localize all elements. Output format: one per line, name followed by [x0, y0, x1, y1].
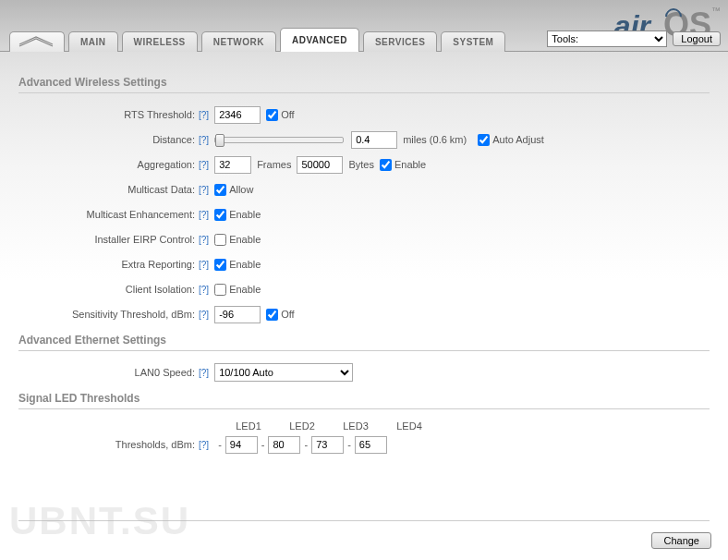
checkbox-multicast-enh[interactable]	[214, 209, 226, 221]
divider	[18, 408, 710, 409]
input-led4[interactable]	[355, 436, 387, 454]
input-led1[interactable]	[225, 436, 258, 454]
help-icon[interactable]: [?]	[199, 310, 209, 320]
antenna-icon	[18, 35, 55, 48]
help-icon[interactable]: [?]	[199, 160, 209, 170]
label-bytes: Bytes	[348, 159, 374, 170]
bottom-divider	[18, 520, 710, 521]
input-led2[interactable]	[268, 436, 300, 454]
label-enable: Enable	[229, 259, 261, 270]
slider-handle[interactable]	[215, 134, 224, 147]
label-lan0: LAN0 Speed:	[18, 367, 199, 378]
tab-wireless[interactable]: WIRELESS	[122, 31, 198, 52]
logo-tm: ™	[711, 6, 721, 16]
label-enable: Enable	[229, 234, 261, 245]
label-extra-report: Extra Reporting:	[18, 259, 199, 270]
tools-select[interactable]: Tools:	[547, 30, 667, 47]
help-icon[interactable]: [?]	[199, 285, 209, 295]
checkbox-agg-enable[interactable]	[380, 159, 392, 171]
label-miles: miles (0.6 km)	[403, 134, 467, 145]
checkbox-sensitivity-off[interactable]	[266, 309, 278, 321]
label-thresholds: Thresholds, dBm:	[18, 439, 199, 450]
divider	[18, 92, 710, 93]
help-icon[interactable]: [?]	[199, 235, 209, 245]
label-eirp: Installer EIRP Control:	[18, 234, 199, 245]
row-distance: Distance: [?] miles (0.6 km) Auto Adjust	[18, 129, 710, 150]
change-button[interactable]: Change	[651, 532, 711, 549]
help-icon[interactable]: [?]	[199, 260, 209, 270]
label-enable: Enable	[229, 284, 261, 295]
row-extra-report: Extra Reporting: [?] Enable	[18, 254, 710, 274]
help-icon[interactable]: [?]	[199, 110, 209, 120]
dash: -	[261, 439, 265, 450]
led-headers: LED1 LED2 LED3 LED4	[222, 420, 710, 432]
led2-head: LED2	[275, 420, 329, 432]
label-enable: Enable	[229, 209, 261, 220]
header: airOS™ MAIN WIRELESS NETWORK ADVANCED SE…	[0, 0, 728, 52]
tab-advanced[interactable]: ADVANCED	[280, 28, 359, 52]
select-lan0[interactable]: 10/100 Auto	[214, 363, 353, 382]
label-off: Off	[281, 309, 294, 320]
checkbox-auto-adjust[interactable]	[478, 134, 490, 146]
row-sensitivity: Sensitivity Threshold, dBm: [?] Off	[18, 304, 710, 324]
label-rts: RTS Threshold:	[18, 109, 199, 120]
row-multicast-enh: Multicast Enhancement: [?] Enable	[18, 204, 710, 225]
help-icon[interactable]: [?]	[199, 185, 209, 195]
section-ethernet-title: Advanced Ethernet Settings	[18, 334, 710, 347]
section-wireless-title: Advanced Wireless Settings	[18, 76, 710, 89]
input-led3[interactable]	[311, 436, 344, 454]
dash: -	[347, 439, 351, 450]
distance-slider[interactable]	[214, 137, 344, 143]
dash: -	[218, 439, 222, 450]
row-client-iso: Client Isolation: [?] Enable	[18, 279, 710, 299]
input-rts[interactable]	[214, 106, 261, 124]
logout-button[interactable]: Logout	[673, 31, 721, 46]
help-icon[interactable]: [?]	[199, 440, 209, 450]
label-multicast-data: Multicast Data:	[18, 184, 199, 195]
checkbox-extra-report[interactable]	[214, 259, 226, 271]
content: Advanced Wireless Settings RTS Threshold…	[0, 52, 728, 474]
input-distance[interactable]	[351, 131, 397, 149]
label-allow: Allow	[229, 184, 253, 195]
label-auto-adjust: Auto Adjust	[492, 134, 544, 145]
row-rts: RTS Threshold: [?] Off	[18, 104, 710, 125]
label-client-iso: Client Isolation:	[18, 284, 199, 295]
checkbox-eirp[interactable]	[214, 234, 226, 246]
led4-head: LED4	[382, 420, 436, 432]
tab-system[interactable]: SYSTEM	[441, 31, 505, 52]
led3-head: LED3	[329, 420, 382, 432]
label-off: Off	[281, 109, 294, 120]
label-frames: Frames	[257, 159, 291, 170]
help-icon[interactable]: [?]	[199, 368, 209, 378]
input-agg-frames[interactable]	[214, 156, 251, 174]
top-controls: Tools: Logout	[547, 30, 721, 47]
tab-bar: MAIN WIRELESS NETWORK ADVANCED SERVICES …	[9, 28, 509, 52]
checkbox-multicast-allow[interactable]	[214, 184, 226, 196]
help-icon[interactable]: [?]	[199, 135, 209, 145]
row-eirp: Installer EIRP Control: [?] Enable	[18, 229, 710, 250]
label-multicast-enh: Multicast Enhancement:	[18, 209, 199, 220]
tab-home-icon[interactable]	[9, 31, 65, 52]
label-enable: Enable	[394, 159, 426, 170]
tab-main[interactable]: MAIN	[68, 31, 118, 52]
row-aggregation: Aggregation: [?] Frames Bytes Enable	[18, 154, 710, 175]
tab-services[interactable]: SERVICES	[363, 31, 437, 52]
input-agg-bytes[interactable]	[297, 156, 343, 174]
help-icon[interactable]: [?]	[199, 210, 209, 220]
tab-network[interactable]: NETWORK	[201, 31, 276, 52]
led1-head: LED1	[222, 420, 275, 432]
label-aggregation: Aggregation:	[18, 159, 199, 170]
label-sensitivity: Sensitivity Threshold, dBm:	[18, 309, 199, 320]
row-led-thresholds: Thresholds, dBm: [?] - - - -	[18, 434, 710, 455]
led-inputs: - - - -	[214, 436, 387, 454]
dash: -	[304, 439, 308, 450]
label-distance: Distance:	[18, 134, 199, 145]
input-sensitivity[interactable]	[214, 306, 261, 323]
checkbox-client-iso[interactable]	[214, 284, 226, 296]
divider	[18, 350, 710, 351]
row-multicast-data: Multicast Data: [?] Allow	[18, 179, 710, 200]
watermark: UBNT.SU	[9, 499, 190, 543]
wifi-icon	[652, 8, 665, 21]
section-led-title: Signal LED Thresholds	[18, 392, 710, 405]
checkbox-rts-off[interactable]	[266, 109, 278, 121]
